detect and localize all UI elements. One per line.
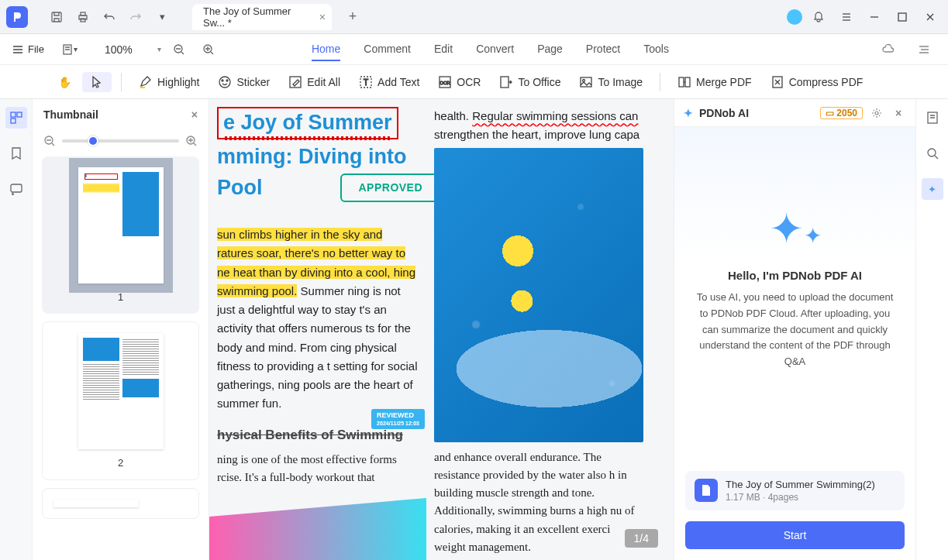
tab-protect[interactable]: Protect [586, 38, 620, 61]
compress-pdf-tool[interactable]: Compress PDF [763, 72, 871, 92]
close-window-icon[interactable] [919, 5, 942, 29]
add-text-label: Add Text [377, 76, 419, 88]
ai-hello-text: Hello, I'm PDNob PDF AI [728, 269, 862, 282]
new-tab-icon[interactable]: + [341, 5, 364, 29]
ai-close-icon[interactable]: × [891, 105, 906, 121]
highlight-tool[interactable]: Highlight [131, 72, 207, 92]
doc-paragraph-1: sun climbs higher in the sky and ratures… [217, 225, 419, 414]
document-tab[interactable]: The Joy of Summer Sw... * × [192, 4, 332, 30]
titlebar: ▾ The Joy of Summer Sw... * × + [0, 0, 948, 34]
to-image-icon [579, 75, 593, 89]
doc-right-bottom: and enhance overall endurance. The resis… [434, 448, 643, 557]
ai-start-button[interactable]: Start [685, 521, 905, 549]
add-text-icon: T [359, 75, 373, 89]
file-menu[interactable]: File [12, 43, 44, 55]
comment-rail-icon[interactable] [5, 178, 27, 200]
thumb-zoom-out-icon[interactable] [43, 135, 56, 147]
thumbnail-title: Thumbnail [43, 108, 98, 121]
redo-icon[interactable] [124, 5, 147, 29]
document-view[interactable]: e Joy of Summer mming: Diving into Pool … [209, 99, 674, 560]
save-icon[interactable] [45, 5, 68, 29]
page-bottom-image [209, 498, 426, 560]
settings-lines-icon[interactable] [912, 38, 936, 61]
svg-rect-2 [81, 12, 85, 15]
to-image-tool[interactable]: To Image [571, 72, 650, 92]
thumbnail-page-2[interactable]: 2 [42, 321, 199, 480]
thumb-zoom-slider[interactable] [62, 139, 179, 143]
ai-panel-title: PDNob AI [699, 107, 749, 119]
ai-description: To use AI, you need to upload the docume… [693, 290, 897, 370]
cloud-icon[interactable] [877, 38, 900, 61]
edit-all-label: Edit All [307, 76, 340, 88]
svg-rect-22 [11, 112, 16, 117]
tab-comment[interactable]: Comment [364, 38, 411, 61]
tab-convert[interactable]: Convert [476, 38, 514, 61]
left-rail [0, 99, 33, 560]
thumb-zoom-in-icon[interactable] [185, 135, 198, 147]
tab-page[interactable]: Page [537, 38, 563, 61]
hand-tool[interactable]: ✋ [50, 72, 79, 92]
pool-image [434, 148, 643, 442]
thumbnails-rail-icon[interactable] [5, 107, 27, 129]
to-office-tool[interactable]: To Office [491, 72, 568, 92]
app-logo[interactable] [6, 6, 28, 28]
properties-rail-icon[interactable] [922, 107, 943, 129]
thumbnail-panel: Thumbnail × █ 1 2 [33, 99, 209, 560]
page-indicator[interactable]: 1/4 [625, 529, 658, 548]
edit-all-tool[interactable]: Edit All [281, 72, 348, 92]
merge-icon [677, 75, 691, 89]
dropdown-icon[interactable]: ▾ [150, 5, 174, 29]
minimize-icon[interactable] [863, 5, 886, 29]
zoom-dropdown-icon[interactable]: ▾ [157, 45, 161, 53]
thumbnail-page-1[interactable]: █ 1 [42, 156, 199, 314]
tab-tools[interactable]: Tools [643, 38, 669, 61]
thumb-label-1: 1 [118, 291, 123, 303]
print-icon[interactable] [71, 5, 95, 29]
ai-settings-icon[interactable] [869, 105, 884, 121]
section-heading: hysical Benefits of Swimming REVIEWED202… [217, 428, 419, 443]
zoom-in-icon[interactable] [197, 38, 220, 61]
zoom-level[interactable]: 100% [105, 43, 151, 56]
add-text-tool[interactable]: TAdd Text [351, 72, 427, 92]
menu-icon[interactable] [835, 5, 858, 29]
tab-edit[interactable]: Edit [434, 38, 453, 61]
svg-point-28 [875, 112, 878, 115]
svg-point-9 [222, 80, 223, 81]
close-panel-icon[interactable]: × [191, 108, 198, 121]
to-office-icon [499, 75, 513, 89]
undo-icon[interactable] [98, 5, 121, 29]
edit-all-icon [288, 75, 302, 89]
svg-rect-3 [81, 19, 85, 22]
nav-tabs: Home Comment Edit Convert Page Protect T… [312, 38, 669, 61]
notification-icon[interactable] [807, 5, 830, 29]
maximize-icon[interactable] [891, 5, 914, 29]
to-office-label: To Office [518, 76, 560, 88]
ai-panel: ✦ PDNob AI ▭ 2050 × ✦✦ Hello, I'm PDNob … [674, 99, 915, 560]
zoom-control: 100% ▾ [105, 38, 220, 61]
search-rail-icon[interactable] [922, 143, 943, 164]
doc-title-line1: e Joy of Summer [217, 107, 398, 139]
bookmark-rail-icon[interactable] [5, 143, 27, 164]
ai-credit-badge[interactable]: ▭ 2050 [820, 107, 863, 119]
doc-right-top: health. Regular swimming sessions can st… [434, 107, 643, 145]
merge-pdf-tool[interactable]: Merge PDF [670, 72, 760, 92]
sticker-icon [218, 75, 232, 89]
svg-point-30 [928, 149, 936, 156]
file-label: File [28, 43, 44, 55]
sticker-tool[interactable]: Sticker [210, 72, 278, 92]
close-tab-icon[interactable]: × [319, 11, 326, 23]
user-avatar[interactable] [787, 9, 802, 25]
thumbnail-page-3[interactable] [42, 488, 199, 519]
ai-rail-icon[interactable]: ✦ [922, 178, 943, 200]
zoom-out-icon[interactable] [167, 38, 191, 61]
tab-home[interactable]: Home [312, 38, 340, 61]
toolbar: ✋ Highlight Sticker Edit All TAdd Text O… [0, 65, 948, 99]
compress-label: Compress PDF [789, 76, 864, 88]
select-tool[interactable] [82, 72, 112, 92]
ai-doc-card: The Joy of Summer Swimming(2) 1.17 MB · … [685, 471, 905, 510]
doc-layout-icon[interactable]: ▾ [58, 38, 81, 61]
menubar: File ▾ 100% ▾ Home Comment Edit Convert … [0, 34, 948, 65]
ocr-label: OCR [457, 76, 481, 88]
svg-rect-25 [11, 184, 22, 192]
ocr-tool[interactable]: OCROCR [430, 72, 488, 92]
